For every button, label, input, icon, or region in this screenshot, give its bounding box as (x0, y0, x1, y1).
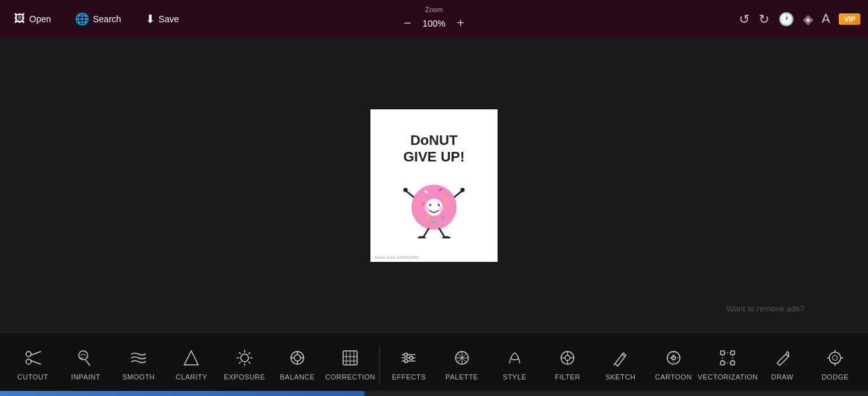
svg-point-24 (26, 359, 31, 364)
watermark: Adobe Stock #249332065 (374, 256, 418, 259)
svg-line-37 (239, 362, 240, 363)
tool-correction[interactable]: CORRECTION (324, 336, 377, 393)
zoom-controls: Zoom − 100% + (398, 6, 469, 32)
inpaint-icon (77, 349, 95, 369)
vectorization-label: VECTORIZATION (698, 373, 758, 381)
filter-label: FILTER (555, 373, 580, 381)
exposure-icon (236, 349, 254, 369)
progress-bar-container (0, 391, 868, 396)
save-label: Save (159, 14, 179, 24)
svg-point-39 (294, 355, 301, 361)
dodge-icon (826, 349, 844, 369)
zoom-in-button[interactable]: + (452, 15, 470, 32)
tool-clarity[interactable]: CLARITY (165, 336, 218, 393)
balance-icon (288, 349, 306, 369)
exposure-label: EXPOSURE (224, 373, 265, 381)
svg-point-54 (410, 356, 413, 359)
clarity-label: CLARITY (175, 373, 207, 381)
effects-icon (400, 349, 417, 369)
zoom-out-button[interactable]: − (398, 15, 416, 32)
tool-vectorization[interactable]: VECTORIZATION (700, 336, 756, 393)
svg-point-29 (241, 354, 248, 362)
donut-text-line1: DoNUTGIVE UP! (403, 132, 465, 165)
layers-button[interactable]: ◈ (803, 11, 813, 27)
tool-palette[interactable]: PALETTE (435, 336, 488, 393)
style-icon (506, 349, 524, 369)
tool-effects[interactable]: EFFECTS (383, 336, 435, 393)
tool-cutout[interactable]: CUTOUT (6, 336, 59, 393)
svg-point-55 (405, 359, 408, 362)
svg-line-34 (239, 352, 240, 353)
palette-label: PALETTE (445, 373, 478, 381)
canvas-area: DoNUTGIVE UP! (0, 38, 868, 332)
sketch-label: SKETCH (606, 373, 636, 381)
balance-label: BALANCE (280, 373, 315, 381)
open-button[interactable]: 🖼 Open (8, 8, 57, 29)
toolbar-divider-1 (379, 346, 380, 384)
draw-icon (773, 349, 791, 369)
tool-draw[interactable]: DRAW (756, 336, 808, 393)
tool-filter[interactable]: FILTER (541, 336, 594, 393)
history-button[interactable]: 🕐 (778, 11, 794, 27)
search-button[interactable]: 🌐 Search (69, 8, 127, 30)
search-label: Search (93, 14, 121, 24)
svg-rect-75 (721, 361, 724, 365)
cartoon-icon (665, 349, 682, 369)
tool-exposure[interactable]: EXPOSURE (218, 336, 271, 393)
filter-icon (559, 349, 576, 369)
vectorization-icon (719, 349, 736, 369)
svg-rect-76 (731, 361, 735, 365)
effects-label: EFFECTS (392, 373, 426, 381)
style-label: STYLE (503, 373, 526, 381)
svg-point-16 (438, 204, 440, 206)
correction-icon (341, 349, 359, 369)
svg-point-53 (405, 353, 408, 356)
svg-line-68 (614, 364, 615, 365)
clarity-icon (182, 349, 200, 369)
tool-style[interactable]: STYLE (488, 336, 541, 393)
svg-point-23 (26, 352, 31, 357)
svg-point-62 (565, 355, 570, 360)
tool-balance[interactable]: BALANCE (271, 336, 323, 393)
svg-point-3 (460, 188, 465, 192)
draw-label: DRAW (771, 373, 793, 381)
zoom-value: 100% (421, 18, 447, 29)
redo-button[interactable]: ↻ (759, 11, 770, 27)
bottom-toolbar: CUTOUT INPAINT SMOOTH C (0, 332, 868, 396)
tool-sketch[interactable]: SKETCH (594, 336, 647, 393)
svg-line-67 (622, 354, 625, 357)
svg-line-25 (31, 352, 41, 355)
svg-point-1 (403, 188, 408, 192)
svg-point-78 (832, 355, 837, 360)
search-icon: 🌐 (75, 12, 89, 26)
palette-icon (453, 349, 471, 369)
header-right-controls: ↺ ↻ 🕐 ◈ A VIP (739, 11, 860, 27)
ads-text[interactable]: Want to remove ads? (726, 304, 804, 313)
svg-point-77 (829, 352, 841, 364)
vip-badge[interactable]: VIP (839, 13, 860, 25)
undo-button[interactable]: ↺ (739, 11, 750, 27)
svg-point-18 (439, 207, 444, 212)
smooth-label: SMOOTH (123, 373, 155, 381)
translate-button[interactable]: A (822, 11, 830, 26)
open-label: Open (29, 14, 51, 24)
smooth-icon (130, 349, 147, 369)
tool-inpaint[interactable]: INPAINT (59, 336, 112, 393)
tool-smooth[interactable]: SMOOTH (112, 336, 165, 393)
save-icon: ⬇ (146, 12, 155, 26)
cutout-label: CUTOUT (17, 373, 48, 381)
correction-label: CORRECTION (325, 373, 376, 381)
save-button[interactable]: ⬇ Save (139, 8, 186, 30)
progress-bar (0, 391, 365, 396)
image-preview: DoNUTGIVE UP! (370, 109, 498, 262)
open-icon: 🖼 (14, 12, 25, 25)
sketch-icon (612, 349, 630, 369)
tool-cartoon[interactable]: CARTOON (647, 336, 700, 393)
tool-dodge[interactable]: DODGE (809, 336, 862, 393)
svg-line-26 (31, 360, 41, 364)
svg-line-19 (423, 229, 428, 238)
svg-line-36 (248, 352, 250, 353)
dodge-label: DODGE (822, 373, 849, 381)
svg-line-20 (439, 229, 444, 238)
cartoon-label: CARTOON (655, 373, 692, 381)
